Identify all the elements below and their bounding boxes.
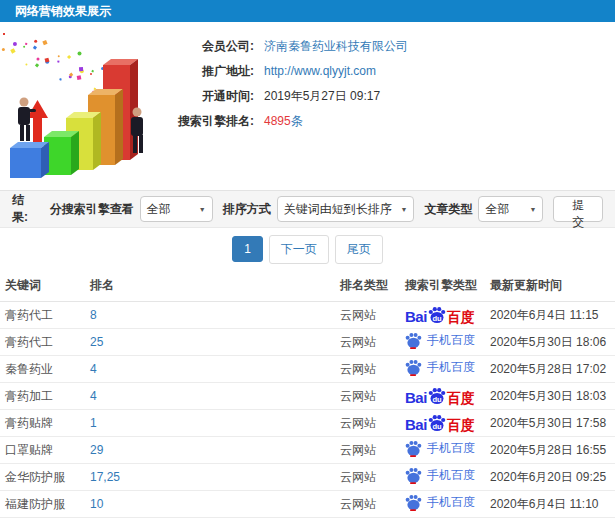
engine-filter-label: 分搜索引擎查看	[50, 201, 134, 218]
svg-text:du: du	[432, 421, 442, 430]
promo-url-row: 推广地址:http://www.qlyyjt.com	[168, 63, 408, 80]
column-header: 排名类型	[335, 270, 400, 302]
mobile-baidu-label: 手机百度	[427, 332, 475, 349]
rank-cell[interactable]: 29	[85, 437, 335, 464]
mobile-baidu-logo: 手机百度	[405, 440, 475, 457]
engine-cell: 手机百度	[400, 491, 485, 518]
opened-time-label: 开通时间:	[168, 88, 254, 105]
mobile-baidu-paw-icon	[405, 467, 422, 484]
svg-text:du: du	[432, 313, 442, 322]
updated-cell: 2020年5月28日 16:55	[485, 437, 615, 464]
mobile-baidu-label: 手机百度	[427, 467, 475, 484]
engine-cell: Baidu百度	[400, 410, 485, 437]
mobile-baidu-logo: 手机百度	[405, 332, 475, 349]
mobile-baidu-label: 手机百度	[427, 494, 475, 511]
baidu-logo-cn-text: 百度	[447, 391, 475, 405]
rank-type-cell: 云网站	[335, 383, 400, 410]
engine-cell: Baidu百度	[400, 302, 485, 329]
search-engine-filter-select[interactable]: 全部 ▼	[140, 196, 213, 222]
table-row: 福建防护服10云网站手机百度2020年6月4日 11:10	[0, 491, 615, 518]
results-table: 关键词排名排名类型搜索引擎类型最新更新时间 膏药代工8云网站Baidu百度202…	[0, 270, 615, 520]
engine-rank-row: 搜索引擎排名:4895条	[168, 113, 408, 130]
engine-cell: Baidu百度	[400, 383, 485, 410]
rank-cell[interactable]: 25	[85, 329, 335, 356]
page-1-button[interactable]: 1	[232, 236, 263, 262]
mobile-baidu-label: 手机百度	[427, 359, 475, 376]
article-type-value: 全部	[485, 201, 509, 218]
rank-cell[interactable]: 17,25	[85, 464, 335, 491]
rank-cell[interactable]: 10	[85, 491, 335, 518]
article-type-select[interactable]: 全部 ▼	[478, 196, 543, 222]
mobile-baidu-logo: 手机百度	[405, 494, 475, 511]
table-row: 膏药贴牌1云网站Baidu百度2020年5月30日 17:58	[0, 410, 615, 437]
baidu-paw-icon: du	[428, 414, 446, 432]
caret-down-icon: ▼	[400, 206, 407, 213]
keyword-cell: 膏药加工	[0, 383, 85, 410]
rank-cell[interactable]: 1	[85, 410, 335, 437]
baidu-logo-text: Bai	[405, 417, 427, 432]
article-type-label: 文章类型	[424, 201, 472, 218]
keyword-cell: 膏药代工	[0, 329, 85, 356]
baidu-paw-icon: du	[428, 306, 446, 324]
updated-cell: 2020年6月4日 11:15	[485, 302, 615, 329]
caret-down-icon: ▼	[199, 206, 206, 213]
column-header: 最新更新时间	[485, 270, 615, 302]
info-section: 会员公司:济南秦鲁药业科技有限公司 推广地址:http://www.qlyyjt…	[0, 22, 615, 190]
promo-url-label: 推广地址:	[168, 63, 254, 80]
rank-cell[interactable]: 4	[85, 383, 335, 410]
column-header: 关键词	[0, 270, 85, 302]
keyword-cell: 膏药贴牌	[0, 410, 85, 437]
rank-type-cell: 云网站	[335, 302, 400, 329]
results-filter-bar: 结果: 分搜索引擎查看 全部 ▼ 排序方式 关键词由短到长排序 ▼ 文章类型 全…	[0, 190, 615, 228]
updated-cell: 2020年5月30日 18:06	[485, 329, 615, 356]
table-row: 秦鲁药业4云网站手机百度2020年5月28日 17:02	[0, 356, 615, 383]
rank-type-cell: 云网站	[335, 329, 400, 356]
baidu-paw-icon: du	[428, 387, 446, 405]
baidu-logo-text: Bai	[405, 390, 427, 405]
page-title: 网络营销效果展示	[15, 4, 111, 18]
rank-type-cell: 云网站	[335, 410, 400, 437]
table-row: 膏药加工4云网站Baidu百度2020年5月30日 18:03	[0, 383, 615, 410]
company-link[interactable]: 济南秦鲁药业科技有限公司	[264, 39, 408, 53]
baidu-logo-text: Bai	[405, 309, 427, 324]
engine-cell: 手机百度	[400, 329, 485, 356]
company-row: 会员公司:济南秦鲁药业科技有限公司	[168, 38, 408, 55]
column-header: 搜索引擎类型	[400, 270, 485, 302]
svg-text:du: du	[432, 394, 442, 403]
growth-arrow-icon	[27, 100, 48, 142]
filter-controls: 分搜索引擎查看 全部 ▼ 排序方式 关键词由短到长排序 ▼ 文章类型 全部 ▼ …	[40, 196, 603, 222]
pagination: 1 下一页 尾页	[0, 228, 615, 270]
bar-blue	[10, 142, 49, 178]
next-page-button[interactable]: 下一页	[269, 235, 329, 264]
table-header-row: 关键词排名排名类型搜索引擎类型最新更新时间	[0, 270, 615, 302]
mobile-baidu-paw-icon	[405, 494, 422, 511]
caret-down-icon: ▼	[529, 206, 536, 213]
baidu-logo: Baidu百度	[405, 387, 475, 405]
bar-chart-graphic	[0, 30, 170, 182]
company-label: 会员公司:	[168, 38, 254, 55]
table-row: 膏药代工8云网站Baidu百度2020年6月4日 11:15	[0, 302, 615, 329]
baidu-logo: Baidu百度	[405, 414, 475, 432]
rank-cell[interactable]: 8	[85, 302, 335, 329]
table-row: 膏药代工25云网站手机百度2020年5月30日 18:06	[0, 329, 615, 356]
opened-time-row: 开通时间:2019年5月27日 09:17	[168, 88, 408, 105]
keyword-cell: 膏药代工	[0, 302, 85, 329]
engine-rank-label: 搜索引擎排名:	[168, 113, 254, 130]
submit-button[interactable]: 提交	[553, 196, 603, 222]
sort-order-value: 关键词由短到长排序	[284, 201, 392, 218]
last-page-button[interactable]: 尾页	[335, 235, 383, 264]
member-info-panel: 会员公司:济南秦鲁药业科技有限公司 推广地址:http://www.qlyyjt…	[168, 38, 408, 138]
search-engine-filter-value: 全部	[147, 201, 171, 218]
results-section-label: 结果:	[12, 192, 40, 226]
sort-order-label: 排序方式	[223, 201, 271, 218]
mobile-baidu-paw-icon	[405, 359, 422, 376]
table-row: 金华防护服17,25云网站手机百度2020年6月20日 09:25	[0, 464, 615, 491]
updated-cell: 2020年6月20日 09:25	[485, 464, 615, 491]
rank-cell[interactable]: 4	[85, 356, 335, 383]
rank-type-cell: 云网站	[335, 464, 400, 491]
table-row: 口罩贴牌29云网站手机百度2020年5月28日 16:55	[0, 437, 615, 464]
keyword-cell: 秦鲁药业	[0, 356, 85, 383]
mobile-baidu-paw-icon	[405, 440, 422, 457]
promo-url-link[interactable]: http://www.qlyyjt.com	[264, 64, 376, 78]
sort-order-select[interactable]: 关键词由短到长排序 ▼	[277, 196, 415, 222]
